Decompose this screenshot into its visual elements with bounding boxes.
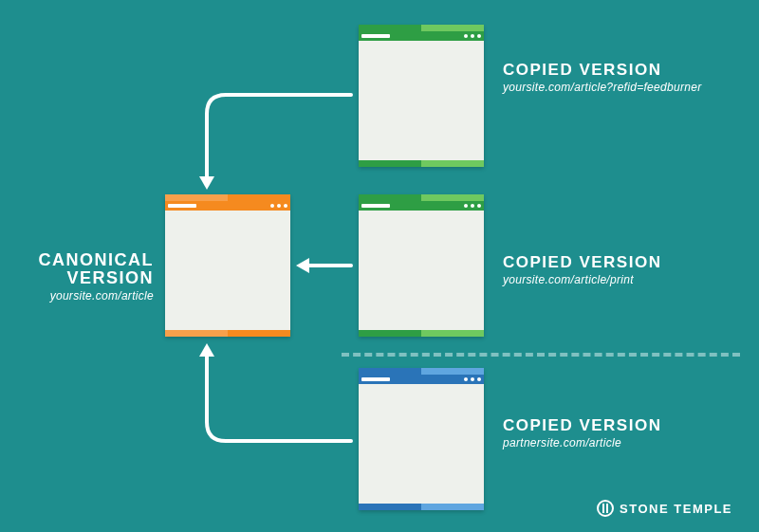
svg-marker-2 bbox=[199, 343, 214, 357]
brand-icon bbox=[597, 500, 614, 517]
footer-logo: STONE TEMPLE bbox=[597, 500, 732, 517]
brand-name: STONE TEMPLE bbox=[620, 502, 732, 516]
arrow-copy3-to-canonical bbox=[0, 0, 759, 532]
